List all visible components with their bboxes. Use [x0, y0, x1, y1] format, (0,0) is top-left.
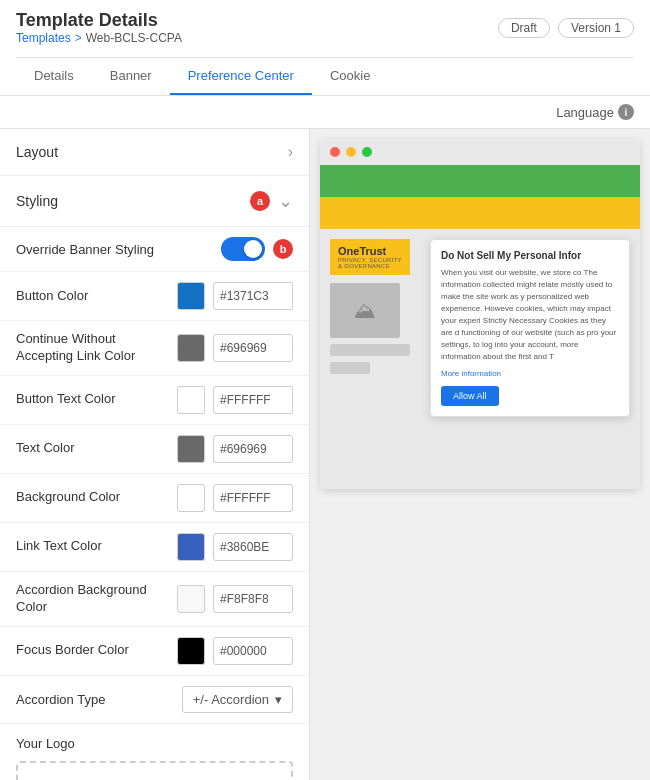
language-bar: Language i	[0, 96, 650, 129]
tab-bar: Details Banner Preference Center Cookie	[16, 57, 634, 95]
accordion-type-row: Accordion Type +/- Accordion ▾	[0, 676, 309, 724]
preview-left-col: OneTrust PRIVACY, SECURITY & GOVERNANCE …	[330, 239, 410, 479]
page-header: Template Details Templates > Web-BCLS-CC…	[0, 0, 650, 96]
image-placeholder: ⛰	[330, 283, 400, 338]
background-color-preview[interactable]	[177, 484, 205, 512]
button-text-color-row: Button Text Color #FFFFFF	[0, 376, 309, 425]
focus-border-color-value[interactable]: #000000	[213, 637, 293, 665]
accordion-type-select[interactable]: +/- Accordion ▾	[182, 686, 293, 713]
button-color-label: Button Color	[16, 288, 169, 305]
background-color-row: Background Color #FFFFFF	[0, 474, 309, 523]
text-color-label: Text Color	[16, 440, 169, 457]
link-text-color-preview[interactable]	[177, 533, 205, 561]
tab-details[interactable]: Details	[16, 58, 92, 95]
gray-bar-2	[330, 362, 370, 374]
onetrust-logo-sub: PRIVACY, SECURITY & GOVERNANCE	[338, 257, 402, 269]
button-text-color-preview[interactable]	[177, 386, 205, 414]
text-color-preview[interactable]	[177, 435, 205, 463]
text-color-value[interactable]: #696969	[213, 435, 293, 463]
mountain-icon: ⛰	[354, 298, 376, 324]
preview-inner: OneTrust PRIVACY, SECURITY & GOVERNANCE …	[310, 129, 650, 499]
background-color-value[interactable]: #FFFFFF	[213, 484, 293, 512]
allow-all-button[interactable]: Allow All	[441, 386, 499, 406]
accordion-bg-color-preview[interactable]	[177, 585, 205, 613]
accordion-bg-color-label: Accordion Background Color	[16, 582, 169, 616]
link-text-color-label: Link Text Color	[16, 538, 169, 555]
onetrust-logo-text: OneTrust	[338, 245, 402, 257]
badge-a: a	[250, 191, 270, 211]
page-title: Template Details	[16, 10, 182, 31]
preview-yellow-bar	[320, 197, 640, 229]
logo-label: Your Logo	[16, 736, 293, 751]
accordion-chevron-icon: ▾	[275, 692, 282, 707]
link-text-color-value[interactable]: #3860BE	[213, 533, 293, 561]
draft-badge[interactable]: Draft	[498, 18, 550, 38]
tab-preference-center[interactable]: Preference Center	[170, 58, 312, 95]
continue-without-color-value[interactable]: #696969	[213, 334, 293, 362]
continue-without-color-preview[interactable]	[177, 334, 205, 362]
browser-dot-yellow	[346, 147, 356, 157]
button-color-preview[interactable]	[177, 282, 205, 310]
tab-banner[interactable]: Banner	[92, 58, 170, 95]
preview-card-text: When you visit our website, we store co …	[441, 267, 619, 363]
focus-border-color-preview[interactable]	[177, 637, 205, 665]
browser-dot-red	[330, 147, 340, 157]
layout-chevron-icon: ›	[288, 143, 293, 161]
override-toggle[interactable]	[221, 237, 265, 261]
breadcrumb-link[interactable]: Templates	[16, 31, 71, 45]
styling-section-header[interactable]: Styling a ⌄	[0, 176, 309, 227]
browser-dot-green	[362, 147, 372, 157]
left-panel: Layout › Styling a ⌄ Override Banner Sty…	[0, 129, 310, 780]
main-content: Layout › Styling a ⌄ Override Banner Sty…	[0, 129, 650, 780]
accordion-bg-color-row: Accordion Background Color #F8F8F8	[0, 572, 309, 627]
tab-cookie[interactable]: Cookie	[312, 58, 388, 95]
focus-border-color-row: Focus Border Color #000000	[0, 627, 309, 676]
preview-green-bar	[320, 165, 640, 197]
onetrust-logo-box: OneTrust PRIVACY, SECURITY & GOVERNANCE	[330, 239, 410, 275]
breadcrumb-current: Web-BCLS-CCPA	[86, 31, 182, 45]
breadcrumb: Templates > Web-BCLS-CCPA	[16, 31, 182, 45]
link-text-color-row: Link Text Color #3860BE	[0, 523, 309, 572]
browser-mockup: OneTrust PRIVACY, SECURITY & GOVERNANCE …	[320, 139, 640, 489]
button-color-row: Button Color #1371C3	[0, 272, 309, 321]
right-panel-preview: OneTrust PRIVACY, SECURITY & GOVERNANCE …	[310, 129, 650, 780]
drop-zone[interactable]: Drag and Drop Files Here File format .jp…	[16, 761, 293, 780]
continue-without-color-row: Continue Without Accepting Link Color #6…	[0, 321, 309, 376]
browser-bar	[320, 139, 640, 165]
layout-label: Layout	[16, 144, 58, 160]
styling-label: Styling	[16, 193, 58, 209]
version-badge[interactable]: Version 1	[558, 18, 634, 38]
text-color-row: Text Color #696969	[0, 425, 309, 474]
preview-card-title: Do Not Sell My Personal Infor	[441, 250, 619, 261]
focus-border-color-label: Focus Border Color	[16, 642, 169, 659]
gray-bar-1	[330, 344, 410, 356]
language-info-icon[interactable]: i	[618, 104, 634, 120]
logo-section: Your Logo Drag and Drop Files Here File …	[0, 724, 309, 780]
layout-section-header[interactable]: Layout ›	[0, 129, 309, 176]
breadcrumb-separator: >	[75, 31, 82, 45]
accordion-type-value: +/- Accordion	[193, 692, 269, 707]
preview-card: Do Not Sell My Personal Infor When you v…	[430, 239, 630, 417]
styling-chevron-icon: ⌄	[278, 190, 293, 212]
styling-right: a ⌄	[250, 190, 293, 212]
override-label: Override Banner Styling	[16, 242, 221, 257]
continue-without-label: Continue Without Accepting Link Color	[16, 331, 169, 365]
accordion-bg-color-value[interactable]: #F8F8F8	[213, 585, 293, 613]
preview-right-col: Do Not Sell My Personal Infor When you v…	[420, 239, 630, 479]
language-label: Language	[556, 105, 614, 120]
button-text-color-label: Button Text Color	[16, 391, 169, 408]
accordion-type-label: Accordion Type	[16, 692, 182, 707]
preview-more-link[interactable]: More information	[441, 369, 619, 378]
badge-b: b	[273, 239, 293, 259]
button-text-color-value[interactable]: #FFFFFF	[213, 386, 293, 414]
badge-group: Draft Version 1	[498, 18, 634, 38]
background-color-label: Background Color	[16, 489, 169, 506]
override-banner-row: Override Banner Styling b	[0, 227, 309, 272]
button-color-value[interactable]: #1371C3	[213, 282, 293, 310]
